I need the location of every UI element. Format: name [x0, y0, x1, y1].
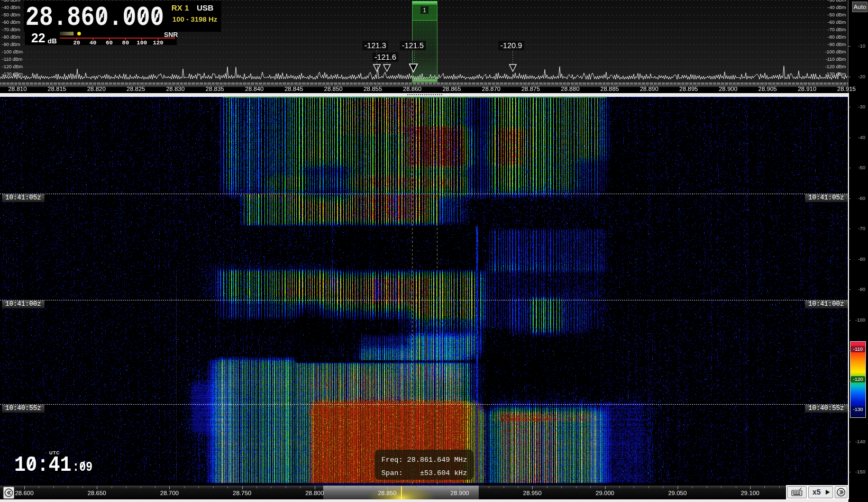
svg-text:UTC: UTC: [49, 450, 60, 455]
svg-text::09: :09: [72, 459, 93, 475]
svg-text:10:41: 10:41: [14, 453, 71, 477]
